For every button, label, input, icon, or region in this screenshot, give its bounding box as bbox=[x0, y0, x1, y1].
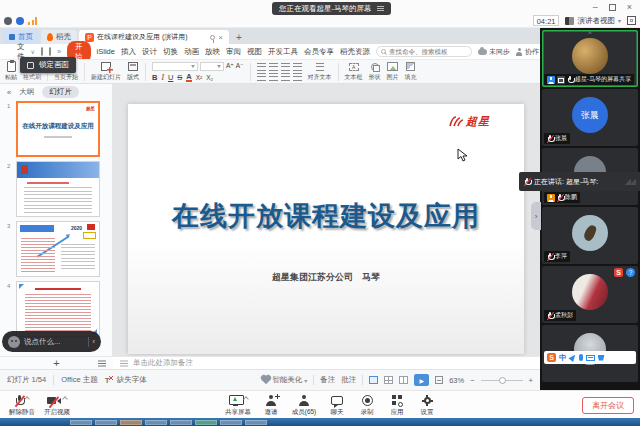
fill-button[interactable]: 填充 bbox=[405, 61, 417, 82]
picture-button[interactable]: 图片 bbox=[387, 61, 399, 82]
taskbar-window[interactable] bbox=[220, 420, 242, 425]
superscript-button[interactable]: X² bbox=[196, 74, 203, 81]
slide-thumbnail-1[interactable]: 超星 在线开放课程建设及应用 bbox=[16, 101, 100, 157]
print-icon[interactable] bbox=[49, 47, 51, 56]
maximize-button[interactable] bbox=[609, 4, 616, 11]
watching-banner[interactable]: 您正在观看超星-马琴的屏幕 bbox=[272, 2, 391, 15]
participant-tile[interactable]: 张晨 张晨 bbox=[542, 89, 638, 146]
ribbon-tab-slideshow[interactable]: 放映 bbox=[205, 47, 220, 57]
align-left-icon[interactable] bbox=[257, 73, 266, 81]
info-icon[interactable] bbox=[4, 17, 12, 25]
apps-button[interactable]: 应用 bbox=[384, 394, 410, 417]
numbered-list-icon[interactable] bbox=[269, 63, 278, 71]
taskbar-window[interactable] bbox=[95, 420, 117, 425]
voice-input-icon[interactable] bbox=[579, 354, 583, 361]
ribbon-tab-devtools[interactable]: 开发工具 bbox=[268, 47, 298, 57]
ribbon-tab-animation[interactable]: 动画 bbox=[184, 47, 199, 57]
help-icon[interactable]: ? bbox=[626, 268, 635, 277]
taskbar-window[interactable] bbox=[120, 420, 142, 425]
ime-toolbar[interactable]: S 中 bbox=[544, 351, 636, 364]
slideshow-play-button[interactable]: ▶ bbox=[414, 374, 429, 386]
members-button[interactable]: 成员(65) bbox=[288, 394, 320, 417]
start-video-button[interactable]: 开启视频 bbox=[38, 394, 76, 417]
participant-tile[interactable]: S 中 bbox=[542, 325, 638, 382]
fullscreen-icon[interactable] bbox=[627, 16, 636, 25]
smart-beautify-button[interactable]: 智能美化 ▾ bbox=[263, 375, 307, 385]
taskbar-window[interactable] bbox=[195, 420, 217, 425]
view-mode-button[interactable]: 演讲者视图 ▾ bbox=[565, 16, 621, 26]
slide-thumbnail-2[interactable] bbox=[16, 161, 100, 217]
subscript-button[interactable]: X₂ bbox=[206, 74, 213, 81]
sogou-logo-icon[interactable]: S bbox=[547, 353, 556, 362]
new-slide-button[interactable]: 新建幻灯片 bbox=[91, 61, 121, 82]
command-search[interactable] bbox=[376, 46, 472, 57]
collaborate-button[interactable]: 协作 bbox=[516, 47, 539, 57]
zoom-out-button[interactable]: − bbox=[470, 376, 474, 385]
slide-thumbnail-3[interactable]: 2020 bbox=[16, 221, 100, 277]
fit-window-icon[interactable] bbox=[435, 376, 443, 384]
skin-icon[interactable] bbox=[598, 355, 605, 361]
line-spacing-icon[interactable] bbox=[293, 73, 302, 81]
close-tab-icon[interactable]: × bbox=[218, 33, 223, 42]
grow-font-button[interactable]: A⁺ bbox=[226, 62, 234, 70]
font-size-select[interactable] bbox=[200, 62, 224, 71]
theme-label[interactable]: Office 主题 bbox=[61, 375, 98, 385]
align-center-icon[interactable] bbox=[269, 73, 278, 81]
participant-tile-sharer[interactable]: ^ 超星-马琴的屏幕共享 bbox=[542, 30, 638, 87]
sidebar-collapse-handle[interactable]: › bbox=[531, 202, 541, 230]
scroll-up-icon[interactable]: ^ bbox=[588, 30, 591, 37]
comments-toggle[interactable]: 批注 bbox=[341, 375, 356, 385]
sogou-icon[interactable]: S bbox=[614, 268, 623, 277]
record-button[interactable]: 录制 bbox=[354, 394, 380, 417]
chat-collapse-icon[interactable]: ‹ bbox=[93, 337, 96, 346]
save-icon[interactable] bbox=[41, 47, 43, 56]
italic-button[interactable]: I bbox=[161, 73, 164, 82]
ribbon-tab-insert[interactable]: 插入 bbox=[121, 47, 136, 57]
tab-slides[interactable]: 幻灯片 bbox=[42, 86, 79, 98]
windows-taskbar[interactable] bbox=[0, 418, 640, 426]
slide-editor[interactable]: 超星 在线开放课程建设及应用 超星集团江苏分公司 马琴 bbox=[128, 104, 524, 354]
banner-menu-icon[interactable] bbox=[377, 8, 384, 9]
strikethrough-button[interactable]: S bbox=[177, 73, 182, 82]
close-button[interactable]: × bbox=[627, 2, 632, 12]
mic-options-caret[interactable] bbox=[24, 396, 30, 402]
font-family-select[interactable] bbox=[152, 62, 198, 71]
ribbon-tab-member[interactable]: 会员专享 bbox=[304, 47, 334, 57]
share-screen-button[interactable]: 共享屏幕 bbox=[222, 394, 254, 417]
increase-indent-icon[interactable] bbox=[293, 63, 302, 71]
participant-tile[interactable]: S ? 孟秋彭 bbox=[542, 266, 638, 323]
taskbar-window[interactable] bbox=[70, 420, 92, 425]
pin-tab-icon[interactable] bbox=[210, 35, 215, 40]
sorter-view-icon[interactable] bbox=[384, 376, 393, 384]
shape-button[interactable]: 形状 bbox=[369, 61, 381, 82]
video-options-caret[interactable] bbox=[62, 396, 68, 402]
missing-fonts-label[interactable]: 缺失字体 bbox=[117, 375, 147, 385]
more-tools-icon[interactable]: » bbox=[57, 47, 61, 56]
participant-tile[interactable]: 李萍 bbox=[542, 207, 638, 264]
align-right-icon[interactable] bbox=[281, 73, 290, 81]
panel-collapse-button[interactable]: « bbox=[7, 88, 11, 97]
ribbon-tab-islide[interactable]: iSlide bbox=[97, 47, 115, 56]
align-text-button[interactable]: 对齐文本 bbox=[308, 61, 332, 82]
quick-chat-bubble[interactable]: 说点什么... ‹ bbox=[2, 331, 101, 352]
leave-meeting-button[interactable]: 离开会议 bbox=[582, 397, 634, 414]
tab-outline[interactable]: 大纲 bbox=[19, 87, 34, 97]
format-painter-button[interactable]: 格式刷 bbox=[23, 73, 41, 82]
minimize-button[interactable]: – bbox=[593, 2, 598, 12]
share-options-caret[interactable] bbox=[243, 396, 249, 402]
handwriting-icon[interactable] bbox=[568, 353, 577, 362]
zoom-slider[interactable] bbox=[481, 380, 523, 381]
network-signal-icon[interactable] bbox=[28, 17, 37, 25]
chat-button[interactable]: 聊天 bbox=[324, 394, 350, 417]
text-box-button[interactable]: 文本框 bbox=[345, 61, 363, 82]
slide-title[interactable]: 在线开放课程建设及应用 bbox=[128, 198, 524, 234]
bold-button[interactable]: B bbox=[152, 73, 157, 82]
invite-button[interactable]: 邀请 bbox=[258, 394, 284, 417]
sync-status[interactable]: 未同步 bbox=[478, 47, 510, 57]
ribbon-tab-view[interactable]: 视图 bbox=[247, 47, 262, 57]
taskbar-window[interactable] bbox=[145, 420, 167, 425]
emoji-icon[interactable] bbox=[8, 336, 20, 348]
ribbon-tab-docer-res[interactable]: 稻壳资源 bbox=[340, 47, 370, 57]
layout-button[interactable]: 版式 bbox=[127, 61, 139, 82]
ime-language-toggle[interactable]: 中 bbox=[559, 353, 567, 363]
